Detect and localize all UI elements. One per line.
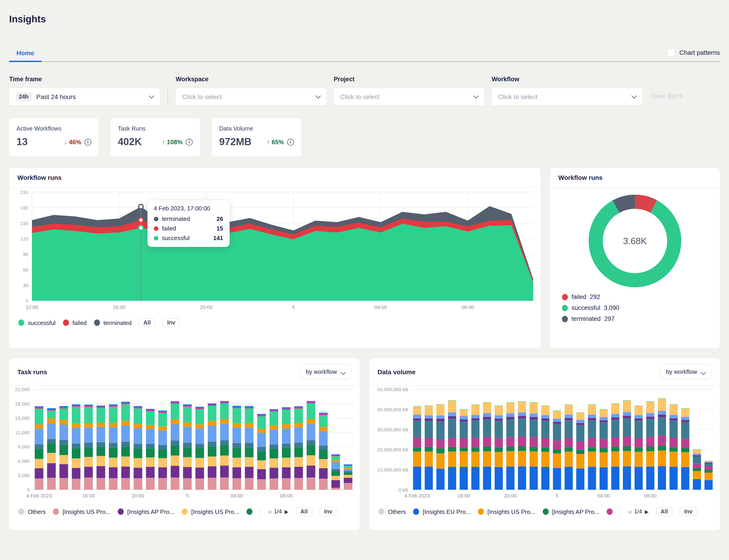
bar-segment[interactable] [693,479,701,490]
bar-segment[interactable] [220,466,229,477]
bar-segment[interactable] [344,468,352,469]
bar-segment[interactable] [635,406,643,415]
bar-segment[interactable] [436,419,445,421]
bar-segment[interactable] [319,468,328,479]
bar-segment[interactable] [413,419,421,421]
bar-segment[interactable] [307,403,315,419]
bar-segment[interactable] [611,467,619,490]
bar-segment[interactable] [518,402,526,412]
bar-segment[interactable] [183,443,192,447]
bar-segment[interactable] [460,451,468,467]
info-icon[interactable]: i [186,139,193,145]
bar-segment[interactable] [495,419,503,421]
bar-segment[interactable] [220,440,229,445]
legend-item-terminated[interactable]: terminated297 [562,315,720,322]
bar-segment[interactable] [171,419,179,424]
bar-segment[interactable] [541,419,550,421]
bar-segment[interactable] [530,467,538,490]
bar-segment[interactable] [109,458,118,467]
bar-segment[interactable] [97,442,105,447]
bar-segment[interactable] [413,414,421,415]
bar-segment[interactable] [158,478,167,490]
bar-segment[interactable] [646,437,654,446]
bar-segment[interactable] [518,416,526,419]
bar-segment[interactable] [576,468,585,490]
bar-segment[interactable] [565,452,573,467]
bar-segment[interactable] [109,427,118,443]
bar-segment[interactable] [344,475,352,478]
bar-segment[interactable] [47,419,56,423]
bar-segment[interactable] [436,421,445,439]
bar-segment[interactable] [35,444,43,449]
all-button[interactable]: All [296,507,312,516]
bar-segment[interactable] [146,409,155,410]
bar-segment[interactable] [646,417,654,419]
bar-segment[interactable] [518,419,526,437]
bar-segment[interactable] [257,415,266,416]
bar-segment[interactable] [553,419,561,422]
bar-segment[interactable] [530,437,538,447]
bar-segment[interactable] [681,439,689,448]
bar-segment[interactable] [257,416,266,429]
bar-segment[interactable] [448,447,456,452]
bar-segment[interactable] [59,408,68,420]
bar-segment[interactable] [257,460,266,469]
bar-segment[interactable] [495,406,503,415]
bar-segment[interactable] [195,424,204,429]
bar-segment[interactable] [460,416,468,416]
bar-segment[interactable] [553,419,561,419]
bar-segment[interactable] [134,407,142,408]
bar-segment[interactable] [282,410,291,424]
bar-segment[interactable] [646,402,654,413]
info-icon[interactable]: i [287,139,294,145]
bar-segment[interactable] [171,466,179,477]
bar-segment[interactable] [195,408,204,409]
chart-patterns-checkbox[interactable] [667,48,675,57]
bar-segment[interactable] [483,403,491,413]
bar-segment[interactable] [669,452,678,467]
bar-segment[interactable] [705,470,713,473]
bar-segment[interactable] [282,448,291,458]
bar-segment[interactable] [220,445,229,455]
bar-segment[interactable] [35,409,43,424]
data-volume-groupby-dropdown[interactable]: by workflow [660,364,712,379]
bar-segment[interactable] [553,424,561,440]
bar-segment[interactable] [319,459,328,468]
bar-segment[interactable] [72,424,81,428]
bar-segment[interactable] [47,408,56,409]
time-frame-select[interactable]: 24h Past 24 hours [9,88,160,105]
bar-segment[interactable] [669,447,678,451]
bar-segment[interactable] [270,468,278,479]
bar-segment[interactable] [294,443,303,447]
bar-segment[interactable] [506,451,514,467]
bar-segment[interactable] [35,468,43,479]
bar-segment[interactable] [518,401,526,402]
bar-segment[interactable] [121,421,130,425]
bar-segment[interactable] [681,417,689,417]
bar-segment[interactable] [436,448,445,453]
bar-segment[interactable] [294,427,303,443]
bar-segment[interactable] [460,438,468,447]
bar-segment[interactable] [282,424,291,429]
workflow-runs-donut-chart[interactable]: 3.68K [550,194,720,288]
bar-segment[interactable] [307,419,315,424]
bar-segment[interactable] [84,406,93,407]
legend-item--insights-us-pro-[interactable]: [Insights US Pro... [53,508,110,515]
legend-item--insights-eu-pro-[interactable]: [Insights EU Pro... [413,508,471,515]
bar-segment[interactable] [646,413,654,417]
bar-segment[interactable] [84,467,93,477]
bar-segment[interactable] [97,407,105,408]
bar-segment[interactable] [576,413,585,420]
bar-segment[interactable] [109,467,118,478]
bar-segment[interactable] [245,443,254,448]
bar-segment[interactable] [483,451,491,467]
bar-segment[interactable] [282,429,291,444]
bar-segment[interactable] [47,478,56,490]
bar-segment[interactable] [646,467,654,490]
bar-segment[interactable] [282,407,291,408]
bar-segment[interactable] [471,405,480,415]
bar-segment[interactable] [294,457,303,467]
bar-segment[interactable] [257,451,266,460]
bar-segment[interactable] [681,417,689,420]
bar-segment[interactable] [576,420,585,423]
